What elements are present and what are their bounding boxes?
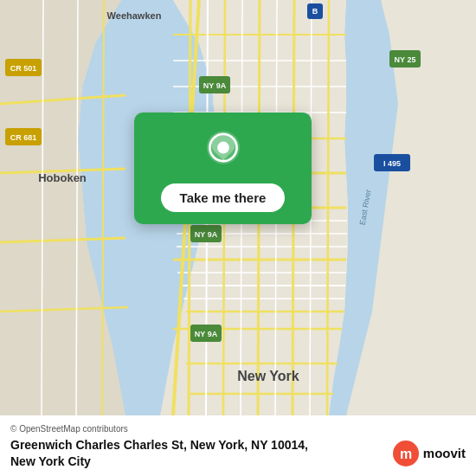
take-me-there-button[interactable]: Take me there [161, 183, 286, 212]
svg-text:Weehawken: Weehawken [107, 10, 162, 21]
location-card: Take me there [134, 113, 312, 224]
svg-text:NY 9A: NY 9A [203, 81, 227, 90]
moovit-label: moovit [423, 446, 466, 460]
map-container: NY 9A NY 9A NY 9A NY 9A I 495 NY 25 CR 5… [0, 0, 476, 415]
location-line1: Greenwich Charles Charles St, New York, … [10, 438, 308, 452]
map-pin-icon [201, 128, 246, 173]
svg-text:m: m [400, 447, 412, 461]
osm-credit: © OpenStreetMap contributors [10, 424, 466, 434]
svg-text:CR 501: CR 501 [10, 64, 37, 73]
svg-text:New York: New York [237, 369, 299, 383]
svg-text:I 495: I 495 [383, 159, 401, 168]
location-text: Greenwich Charles Charles St, New York, … [10, 437, 383, 468]
bottom-bar: © OpenStreetMap contributors Greenwich C… [0, 415, 476, 476]
svg-text:Hoboken: Hoboken [38, 171, 87, 184]
svg-text:NY 9A: NY 9A [195, 330, 218, 338]
svg-text:CR 681: CR 681 [10, 133, 37, 142]
location-row: Greenwich Charles Charles St, New York, … [10, 437, 466, 468]
svg-text:NY 9A: NY 9A [195, 230, 218, 239]
moovit-logo: m moovit [392, 440, 466, 467]
location-line2: New York City [10, 454, 91, 468]
svg-text:NY 25: NY 25 [395, 55, 416, 64]
moovit-icon: m [392, 440, 420, 467]
svg-text:B: B [312, 7, 318, 16]
